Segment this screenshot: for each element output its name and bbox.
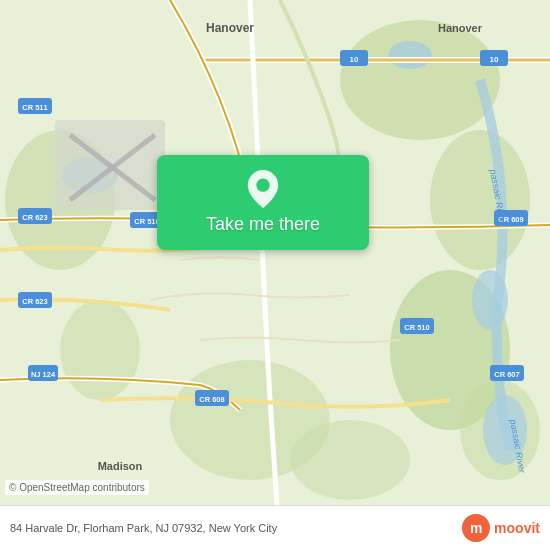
map-background: 10 10 CR 511 CR 510 [0,0,550,550]
svg-text:CR 511: CR 511 [22,103,47,112]
location-pin-icon [247,170,279,208]
svg-text:CR 623: CR 623 [22,297,47,306]
svg-point-8 [290,420,410,500]
svg-text:CR 623: CR 623 [22,213,47,222]
svg-point-43 [256,179,269,192]
osm-attribution: © OpenStreetMap contributors [5,480,149,495]
address-attribution: 84 Harvale Dr, Florham Park, NJ 07932, N… [10,522,277,534]
svg-text:CR 510: CR 510 [134,217,159,226]
svg-point-10 [388,41,432,69]
moovit-logo: m moovit [462,514,540,542]
cta-button-label: Take me there [206,214,320,235]
svg-point-6 [60,300,140,400]
svg-text:NJ 124: NJ 124 [31,370,56,379]
svg-point-1 [340,20,500,140]
svg-text:Hanover: Hanover [438,22,483,34]
svg-text:Madison: Madison [98,460,143,472]
moovit-icon: m [462,514,490,542]
svg-point-2 [430,130,530,270]
svg-text:Hanover: Hanover [206,21,254,35]
map-container: 10 10 CR 511 CR 510 [0,0,550,550]
svg-text:CR 608: CR 608 [199,395,224,404]
take-me-there-button[interactable]: Take me there [157,155,369,250]
osm-text: © OpenStreetMap contributors [9,482,145,493]
svg-text:CR 607: CR 607 [494,370,519,379]
svg-text:10: 10 [490,55,499,64]
svg-text:10: 10 [350,55,359,64]
moovit-label: moovit [494,520,540,536]
svg-text:CR 510: CR 510 [404,323,429,332]
bottom-bar: 84 Harvale Dr, Florham Park, NJ 07932, N… [0,505,550,550]
